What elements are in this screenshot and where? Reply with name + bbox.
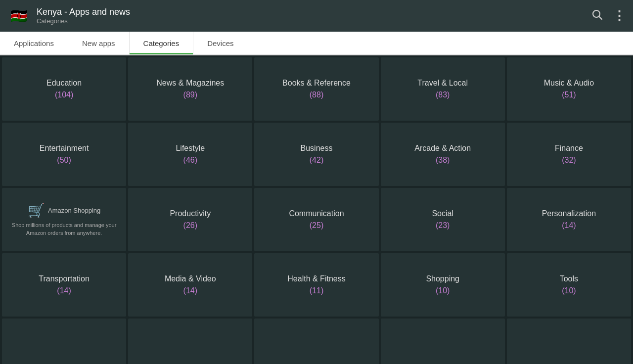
category-cell[interactable]: Lifestyle (46) [128, 123, 252, 186]
category-count: (23) [436, 221, 450, 230]
category-count: (38) [436, 156, 450, 165]
category-name: Lifestyle [176, 144, 205, 153]
category-count: (46) [183, 156, 197, 165]
tab-categories[interactable]: Categories [130, 32, 194, 54]
category-name: Music & Audio [544, 79, 594, 88]
category-name: Media & Video [165, 274, 216, 283]
category-name: Health & Fitness [287, 274, 345, 283]
ad-brand-label: Amazon Shopping [48, 207, 100, 214]
category-cell[interactable]: Entertainment (50) [2, 123, 126, 186]
amazon-cart-icon: 🛒 [28, 202, 45, 219]
categories-grid: Education (104) News & Magazines (89) Bo… [0, 55, 633, 364]
category-cell[interactable]: Social (23) [381, 188, 505, 251]
category-name: Social [432, 209, 453, 218]
category-count: (14) [57, 286, 71, 295]
category-name: Shopping [426, 274, 459, 283]
search-icon[interactable] [591, 8, 603, 23]
category-count: (11) [310, 286, 323, 295]
app-subtitle: Categories [37, 17, 591, 25]
category-cell[interactable]: Finance (32) [507, 123, 631, 186]
category-cell[interactable]: Personalization (14) [507, 188, 631, 251]
category-cell[interactable]: Media & Video (14) [128, 253, 252, 317]
category-cell [2, 318, 126, 364]
category-name: News & Magazines [156, 79, 224, 88]
category-cell[interactable]: Education (104) [2, 57, 126, 121]
category-name: Business [301, 144, 333, 153]
flag-icon: 🇰🇪 [8, 5, 30, 27]
category-cell[interactable]: Business (42) [254, 123, 378, 186]
tab-devices[interactable]: Devices [193, 32, 248, 54]
category-cell[interactable]: Tools (10) [507, 253, 631, 317]
category-name: Entertainment [40, 144, 89, 153]
category-name: Productivity [170, 209, 211, 218]
amazon-logo: 🛒 Amazon Shopping [28, 202, 100, 219]
category-name: Communication [289, 209, 344, 218]
category-name: Education [46, 79, 82, 88]
more-options-icon[interactable]: ⋮ [613, 8, 625, 24]
category-cell[interactable]: Books & Reference (88) [254, 57, 378, 121]
category-name: Personalization [542, 209, 596, 218]
category-count: (83) [436, 91, 450, 99]
category-cell[interactable]: Health & Fitness (11) [254, 253, 378, 317]
category-cell[interactable]: Transportation (14) [2, 253, 126, 317]
category-count: (10) [562, 286, 576, 295]
category-cell [254, 318, 378, 364]
category-cell[interactable]: News & Magazines (89) [128, 57, 252, 121]
category-name: Finance [555, 144, 583, 153]
navigation-tabs: Applications New apps Categories Devices [0, 32, 633, 55]
category-cell [507, 318, 631, 364]
category-count: (50) [57, 156, 71, 165]
category-cell [128, 318, 252, 364]
category-cell[interactable]: Productivity (26) [128, 188, 252, 251]
category-count: (32) [562, 156, 576, 165]
category-count: (10) [436, 286, 450, 295]
header: 🇰🇪 Kenya - Apps and news Categories ⋮ [0, 0, 633, 32]
category-name: Books & Reference [282, 79, 351, 88]
tab-new-apps[interactable]: New apps [68, 32, 130, 54]
tab-applications[interactable]: Applications [0, 32, 68, 54]
amazon-ad-cell[interactable]: 🛒 Amazon Shopping Shop millions of produ… [2, 188, 126, 251]
category-name: Transportation [39, 274, 90, 283]
category-count: (42) [310, 156, 323, 165]
category-count: (89) [183, 91, 197, 99]
app-title: Kenya - Apps and news [37, 7, 591, 17]
category-cell[interactable]: Music & Audio (51) [507, 57, 631, 121]
category-count: (88) [310, 91, 323, 99]
category-count: (25) [310, 221, 323, 230]
category-name: Travel & Local [417, 79, 468, 88]
svg-line-1 [599, 17, 602, 20]
category-name: Tools [560, 274, 578, 283]
category-count: (51) [562, 91, 576, 99]
category-count: (104) [55, 91, 73, 99]
ad-description: Shop millions of products and manage you… [6, 222, 122, 237]
category-name: Arcade & Action [414, 144, 471, 153]
header-text: Kenya - Apps and news Categories [37, 7, 591, 25]
category-cell[interactable]: Travel & Local (83) [381, 57, 505, 121]
category-cell[interactable]: Shopping (10) [381, 253, 505, 317]
category-count: (14) [562, 221, 576, 230]
header-actions: ⋮ [591, 8, 625, 24]
category-cell [381, 318, 505, 364]
category-count: (14) [183, 286, 197, 295]
category-count: (26) [183, 221, 197, 230]
category-cell[interactable]: Arcade & Action (38) [381, 123, 505, 186]
category-cell[interactable]: Communication (25) [254, 188, 378, 251]
